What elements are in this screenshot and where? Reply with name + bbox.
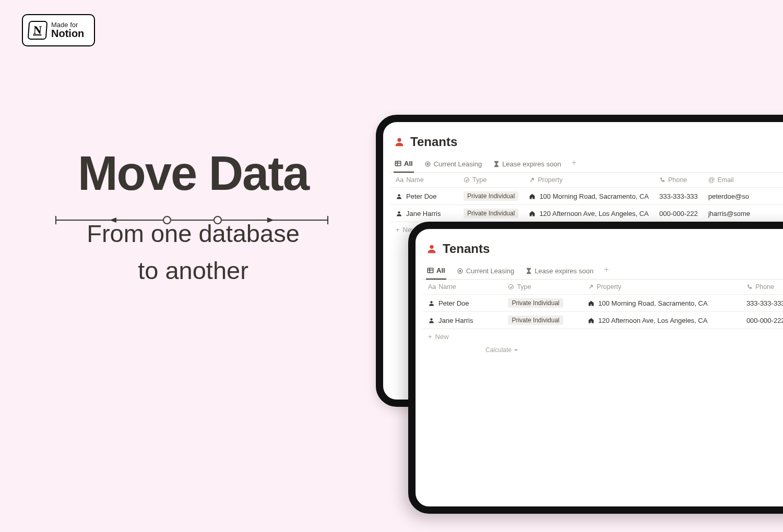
cell-property: 100 Morning Road, Sacramento, CA [598, 299, 708, 307]
tab-lease-expires[interactable]: Lease expires soon [492, 157, 562, 172]
col-header-type[interactable]: Type [503, 280, 583, 295]
person-icon [428, 300, 435, 307]
svg-point-23 [430, 301, 432, 303]
add-view-button[interactable]: + [604, 265, 609, 277]
table-icon [427, 267, 434, 274]
svg-point-5 [214, 216, 221, 224]
plus-icon: + [396, 226, 400, 234]
house-icon [588, 317, 595, 324]
col-header-type[interactable]: Type [458, 173, 524, 188]
col-header-email[interactable]: @Email [703, 173, 783, 188]
calculate-button[interactable]: Calculate [485, 346, 518, 354]
database-title: Tenants [443, 241, 490, 256]
database-table: AaName Type Property Phone Peter Doe Pri… [423, 280, 783, 329]
cell-phone: 000-000-222 [746, 317, 783, 324]
tab-current-leasing[interactable]: Current Leasing [423, 157, 483, 172]
svg-point-13 [465, 178, 469, 183]
col-header-property-label: Property [597, 283, 621, 291]
cell-property: 120 Afternoon Ave, Los Angeles, CA [598, 317, 707, 324]
cell-phone: 000-000-222 [659, 210, 698, 217]
col-header-phone[interactable]: Phone [741, 280, 783, 295]
select-property-icon [464, 177, 470, 183]
text-property-icon: Aa [396, 176, 404, 184]
col-header-name-label: Name [406, 176, 423, 184]
database-title-row: Tenants [423, 238, 783, 263]
divider-ornament [55, 214, 329, 226]
tab-all[interactable]: All [394, 156, 414, 173]
table-row[interactable]: Peter Doe Private Individual 100 Morning… [390, 188, 783, 205]
svg-point-22 [509, 285, 514, 289]
col-header-name[interactable]: AaName [390, 173, 458, 188]
tab-lease-expires-label: Lease expires soon [535, 267, 594, 275]
table-row[interactable]: Jane Harris Private Individual 120 After… [423, 312, 783, 329]
tab-current-leasing-label: Current Leasing [466, 267, 515, 275]
col-header-phone-label: Phone [755, 283, 774, 291]
phone-property-icon [746, 284, 753, 290]
table-row[interactable]: Peter Doe Private Individual 100 Morning… [423, 295, 783, 312]
cell-property: 100 Morning Road, Sacramento, CA [539, 192, 649, 200]
select-property-icon [508, 284, 514, 290]
notion-logo-icon: N [28, 21, 48, 40]
cell-type-tag: Private Individual [508, 316, 563, 325]
database-view-tabs: All Current Leasing Lease expires soon + [390, 156, 783, 173]
svg-point-15 [398, 211, 400, 213]
new-row-button[interactable]: +New [423, 329, 783, 344]
tab-current-leasing[interactable]: Current Leasing [456, 264, 516, 279]
table-header-row: AaName Type Property Phone [423, 280, 783, 295]
table-row[interactable]: Jane Harris Private Individual 120 After… [390, 205, 783, 222]
target-icon [424, 161, 431, 167]
svg-point-21 [459, 270, 461, 272]
relation-property-icon [529, 177, 535, 183]
svg-marker-3 [110, 217, 116, 223]
svg-marker-6 [267, 217, 274, 223]
hourglass-icon [493, 161, 500, 167]
target-icon [457, 268, 464, 274]
col-header-property[interactable]: Property [524, 173, 654, 188]
tab-lease-expires[interactable]: Lease expires soon [525, 264, 595, 279]
cell-email: peterdoe@so [708, 192, 749, 200]
house-icon [529, 193, 536, 200]
tab-lease-expires-label: Lease expires soon [502, 160, 561, 168]
svg-rect-8 [395, 161, 401, 166]
person-icon [396, 210, 402, 217]
cell-type-tag: Private Individual [464, 191, 518, 201]
cell-name: Jane Harris [406, 210, 441, 217]
hourglass-icon [526, 268, 532, 274]
notion-glyph-letter: N [33, 23, 42, 37]
table-icon [395, 160, 401, 167]
badge-text: Made for Notion [51, 21, 84, 40]
house-icon [529, 210, 536, 217]
col-header-name-label: Name [438, 283, 456, 291]
notion-database-pane-back: Tenants All Current Leasing Lease expire… [383, 122, 783, 237]
col-header-name[interactable]: AaName [423, 280, 503, 295]
house-icon [588, 300, 595, 307]
made-for-notion-badge: N Made for Notion [22, 14, 95, 46]
col-header-phone[interactable]: Phone [654, 173, 703, 188]
svg-point-12 [427, 163, 429, 165]
person-icon [396, 193, 402, 200]
svg-point-14 [398, 194, 400, 196]
relation-property-icon [588, 284, 594, 290]
hero-subtitle-line2: to another [138, 257, 248, 284]
plus-icon: + [428, 333, 432, 341]
cell-email: jharris@some [708, 210, 750, 217]
svg-point-16 [430, 245, 433, 249]
tab-all-label: All [436, 267, 445, 274]
table-header-row: AaName Type Property Phone @Email [390, 173, 783, 188]
database-view-tabs: All Current Leasing Lease expires soon + [423, 263, 783, 280]
col-header-phone-label: Phone [668, 176, 687, 184]
new-row-label: New [435, 333, 449, 341]
cell-type-tag: Private Individual [508, 298, 563, 308]
database-title: Tenants [410, 135, 457, 149]
cell-name: Jane Harris [438, 317, 473, 324]
text-property-icon: Aa [428, 283, 436, 291]
email-property-icon: @ [708, 176, 715, 184]
col-header-property[interactable]: Property [583, 280, 741, 295]
add-view-button[interactable]: + [572, 159, 576, 170]
tab-all[interactable]: All [426, 263, 446, 280]
cell-phone: 333-333-333 [659, 192, 698, 200]
person-icon [428, 317, 435, 324]
col-header-type-label: Type [472, 176, 487, 184]
col-header-type-label: Type [517, 283, 531, 291]
tab-all-label: All [404, 160, 413, 167]
